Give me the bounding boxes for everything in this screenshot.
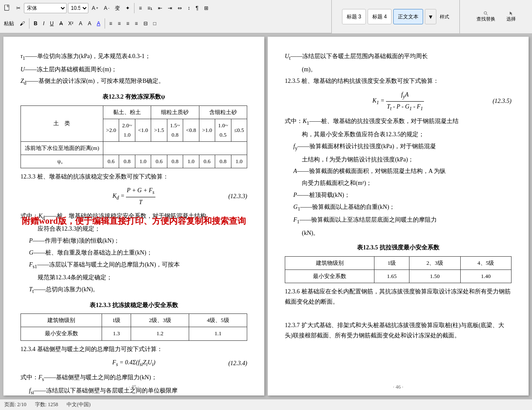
highlight-button[interactable]: A bbox=[86, 18, 94, 29]
section-12-3-5: 12.3.5 桩、墩基础的结构抗拔强度安全系数可按下式验算： bbox=[285, 76, 512, 86]
fy-note: 土结构，f 为受力钢筋设计抗拉强度(kPa)； bbox=[285, 155, 512, 165]
select-label: 选择 bbox=[506, 16, 516, 22]
svg-rect-1 bbox=[7, 5, 9, 7]
right-page[interactable]: Ut——冻结层以下各暖土层范围内基础截面的平均周长 (m)。 12.3.5 桩、… bbox=[268, 37, 529, 395]
style-panel: 标题 3 标题 4 正文文本 ▼ 样式 bbox=[331, 0, 459, 33]
table-12-3-3: 建筑物级别 1级 2级、3级 4级、5级 最小安全系数 1.3 1.2 1.1 bbox=[20, 313, 247, 340]
style-more-button[interactable]: ▼ bbox=[425, 9, 436, 24]
numbered-list-button[interactable]: ≡₁ bbox=[145, 3, 155, 14]
A-note: 向受力筋截面积之和(m²)； bbox=[285, 178, 512, 188]
text-color-button[interactable]: A bbox=[95, 18, 102, 29]
F1-label: F1——验算截面以上至冻结层层底面之间暖土的摩阻力 bbox=[285, 215, 512, 226]
list-button[interactable]: ≡ bbox=[137, 3, 144, 14]
svg-point-2 bbox=[484, 12, 486, 14]
left-page[interactable]: 附赠word版，便于编辑直接打印、方便内容复制和搜索查询 τ1——单位切向冻胀力… bbox=[3, 37, 264, 395]
clear-format-button[interactable]: ✦ bbox=[123, 3, 132, 14]
select-button[interactable]: 选择 bbox=[503, 9, 520, 24]
format-painter-button[interactable]: 🖌 bbox=[18, 18, 27, 29]
style-zhong-K1: 式中：K1——桩、墩基础的抗拉强度安全系数，对于钢筋混凝土结 bbox=[285, 116, 512, 128]
table-12-3-5: 建筑物级别 1级 2、3级 4、5级 最小安全系数 1.65 1.50 1.40 bbox=[285, 256, 512, 283]
paste-button[interactable]: 粘贴 bbox=[2, 18, 16, 29]
section-12-3-6: 12.3.6 桩基础应在全长内配置钢筋，其抗冻拔强度验算应取设计冻深处和所有受力… bbox=[285, 287, 512, 307]
F1-note: (kN)。 bbox=[285, 228, 512, 238]
P-label: P——作用于桩(墩)顶的恒载(kN)； bbox=[20, 236, 247, 246]
Fs-note: 规范第12.3.4条的规定确定； bbox=[20, 272, 247, 283]
K1-note: 构，其最小安全系数值应符合表12.3.5的规定； bbox=[285, 129, 512, 140]
right-toolbar: 查找替换 选择 bbox=[459, 0, 532, 33]
find-replace-label: 查找替换 bbox=[476, 16, 495, 22]
sort-button[interactable]: ↕ bbox=[185, 3, 192, 14]
section-12-3-4: 12.3.4 基础侧壁与暖土之间的总摩阻力可按下式计算： bbox=[20, 344, 247, 354]
table-12-3-2-title: 表12.3.2 有效冻深系数ψ bbox=[20, 92, 247, 102]
table-insert-button[interactable]: ⊞ bbox=[202, 3, 210, 14]
G1-label: G1——验算截面以上基础的自重(kN)； bbox=[285, 202, 512, 214]
Ut-note: (m)。 bbox=[285, 64, 512, 75]
u-label: U——冻土层内基础横截面周长(m)； bbox=[20, 64, 247, 75]
word-count: 字数: 1258 bbox=[35, 401, 58, 408]
strikethrough-button[interactable]: A̶ bbox=[57, 18, 65, 29]
style-heading3-button[interactable]: 标题 3 bbox=[342, 9, 366, 24]
border-button[interactable]: □ bbox=[151, 18, 158, 29]
justify-button[interactable]: ≡ bbox=[133, 18, 140, 29]
fy-label: fy——验算截面材料设计抗拉强度(kPa)，对于钢筋混凝 bbox=[285, 141, 512, 153]
underline-button[interactable]: U bbox=[48, 18, 56, 29]
superscript-button[interactable]: X² bbox=[66, 18, 76, 29]
formula-12-3-4: Fs = 0.4Σ(fsiZiUi) (12.3.4) bbox=[20, 357, 247, 369]
main-content: 附赠word版，便于编辑直接打印、方便内容复制和搜索查询 τ1——单位切向冻胀力… bbox=[0, 33, 532, 399]
tau-label: τ1——单位切向冻胀力(kPa)，见本规范表4.0.3-1； bbox=[20, 51, 247, 63]
right-page-number: · 46 · bbox=[393, 383, 403, 391]
font-shrink-button[interactable]: A- bbox=[102, 3, 111, 14]
lang: 中文(中国) bbox=[67, 401, 91, 408]
A-label: A——验算截面的横截面面积，对钢筋混凝土结构，A 为纵 bbox=[285, 166, 512, 176]
Fs-label: Fs1——冻层以下基础与暖土之间的总摩阻力(kN)，可按本 bbox=[20, 260, 247, 271]
format-button[interactable]: 变 bbox=[113, 3, 122, 14]
table-12-3-2: 土 类 黏土、粉土 细粒土质砂 含细粒土砂 >2.0 2.0~1.0 <1.0 … bbox=[20, 105, 247, 168]
indent-decrease-button[interactable]: ⇤ bbox=[156, 3, 164, 14]
align-left-button[interactable]: ≡ bbox=[107, 18, 114, 29]
font-grow-button[interactable]: A+ bbox=[90, 3, 100, 14]
style-heading4-button[interactable]: 标题 4 bbox=[368, 9, 392, 24]
page-info: 页面: 2/10 bbox=[4, 401, 26, 408]
columns-button[interactable]: ⊟ bbox=[141, 18, 150, 29]
format-para-button[interactable]: ¶ bbox=[193, 3, 200, 14]
svg-line-3 bbox=[486, 14, 488, 15]
align-right-button[interactable]: ≡ bbox=[124, 18, 132, 29]
table-12-3-5-title: 表12.3.5 抗拉强度最小安全系数 bbox=[285, 243, 512, 253]
font-size-select[interactable]: 10.5 bbox=[68, 3, 88, 13]
statusbar: 页面: 2/10 字数: 1258 中文(中国) bbox=[0, 399, 532, 410]
divider-3 bbox=[105, 18, 105, 29]
new-button[interactable] bbox=[2, 3, 13, 14]
formula-12-3-3: Kd = P + G + Fs T (12.3.3) bbox=[20, 185, 247, 207]
indent-increase-button[interactable]: ⇥ bbox=[166, 3, 174, 14]
kd-note: 应符合表12.3.3的规定； bbox=[20, 224, 247, 234]
section-12-3-3: 12.3.3 桩、墩基础的抗冻拔稳定安全系数可按下式验算： bbox=[20, 172, 247, 182]
table-12-3-3-title: 表12.3.3 抗冻拔稳定最小安全系数 bbox=[20, 300, 247, 310]
Tt-label: Tt——总切向冻胀力(kN)。 bbox=[20, 284, 247, 296]
bold-button[interactable]: B bbox=[32, 18, 40, 29]
left-page-number: · 45 · bbox=[129, 383, 139, 391]
italic-button[interactable]: I bbox=[41, 18, 47, 29]
formula-12-3-5: K1 = fyA Tt - P - G1 - F1 (12.3.5) bbox=[285, 90, 512, 113]
divider-2 bbox=[29, 18, 29, 29]
align-button[interactable]: ⇔ bbox=[175, 3, 184, 14]
P-label-r: P——桩顶荷载(kN)； bbox=[285, 190, 512, 200]
font-select[interactable]: 宋体 bbox=[24, 3, 67, 13]
Ut-label: Ut——冻结层以下各暖土层范围内基础截面的平均周长 bbox=[285, 51, 512, 63]
paste-label: 粘贴 bbox=[4, 20, 14, 27]
font-color-button[interactable]: A bbox=[77, 18, 85, 29]
G-label: G——桩、墩自重及墩台基础边上的土重(kN)； bbox=[20, 248, 247, 258]
style-zhong: 式中：Kd——桩、墩基础的抗冻拔稳定安全系数，对于钢筋混凝土结构， bbox=[20, 211, 247, 223]
style-body-text-button[interactable]: 正文文本 bbox=[393, 9, 423, 24]
cut-button[interactable]: ✂ bbox=[14, 3, 23, 14]
section-12-3-7: 12.3.7 扩大式基础、排架式和大头桩基础抗冻拔强度验算应取桩(柱)与底板(底… bbox=[285, 320, 512, 341]
find-replace-button[interactable]: 查找替换 bbox=[473, 9, 499, 24]
divider-1 bbox=[134, 3, 134, 13]
toolbar-container: ✂ 宋体 10.5 A+ A- 变 ✦ ≡ ≡₁ ⇤ ⇥ ⇔ ↕ ¶ ⊞ 粘贴 bbox=[0, 0, 532, 33]
align-center-button[interactable]: ≡ bbox=[116, 18, 123, 29]
zd-label: Zd——基侧土的设计冻深(m)，可按本规范附录B确定。 bbox=[20, 76, 247, 88]
